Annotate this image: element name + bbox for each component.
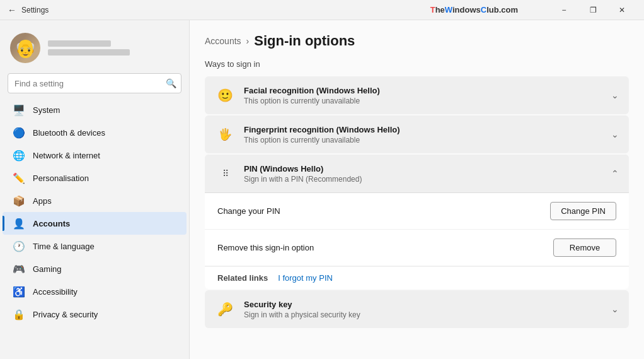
sidebar-item-network[interactable]: 🌐 Network & internet [3,144,187,167]
remove-signin-label: Remove this sign-in option [217,243,314,252]
facial-icon: 🙂 [215,85,235,105]
network-icon: 🌐 [13,149,25,162]
title-bar-left: ← Settings [8,5,49,15]
sidebar-nav: 🖥️ System 🔵 Bluetooth & devices 🌐 Networ… [0,98,189,326]
change-pin-label: Change your PIN [217,206,280,216]
sidebar-item-label-bluetooth: Bluetooth & devices [33,128,105,138]
sidebar-item-label-privacy: Privacy & security [33,310,98,319]
breadcrumb-parent[interactable]: Accounts [205,36,241,46]
option-header-facial[interactable]: 🙂 Facial recognition (Windows Hello) Thi… [205,76,629,114]
sidebar-item-label-accessibility: Accessibility [33,287,78,297]
sidebar-item-gaming[interactable]: 🎮 Gaming [3,257,187,280]
breadcrumb-separator: › [246,36,250,46]
back-icon[interactable]: ← [8,5,16,15]
title-bar: ← Settings TheWindowsClub.com − ❐ ✕ [0,0,644,20]
option-text-fingerprint: Fingerprint recognition (Windows Hello) … [244,125,611,144]
breadcrumb: Accounts › Sign-in options [205,33,629,49]
option-header-fingerprint[interactable]: 🖐️ Fingerprint recognition (Windows Hell… [205,115,629,153]
change-pin-row: Change your PIN Change PIN [205,193,629,230]
gaming-icon: 🎮 [13,262,25,275]
facial-chevron-icon: ⌄ [611,90,619,100]
option-header-securitykey[interactable]: 🔑 Security key Sign in with a physical s… [205,290,629,328]
securitykey-subtitle: Sign in with a physical security key [244,310,611,319]
user-name-blurred [48,40,111,47]
title-bar-controls: − ❐ ✕ [549,0,636,20]
fingerprint-chevron-icon: ⌄ [611,129,619,139]
system-icon: 🖥️ [13,103,25,116]
sidebar-item-label-apps: Apps [33,196,52,206]
fingerprint-title: Fingerprint recognition (Windows Hello) [244,125,611,134]
securitykey-chevron-icon: ⌄ [611,304,619,314]
related-links-label: Related links [217,273,268,283]
sidebar-item-label-system: System [33,105,60,115]
remove-signin-row: Remove this sign-in option Remove [205,230,629,266]
pin-icon: ⠿ [215,163,235,184]
search-input[interactable] [8,73,181,93]
pin-title: PIN (Windows Hello) [244,164,611,174]
option-header-pin[interactable]: ⠿ PIN (Windows Hello) Sign in with a PIN… [205,155,629,193]
forgot-pin-link[interactable]: I forgot my PIN [278,273,333,283]
sidebar-item-label-network: Network & internet [33,151,100,160]
app-body: 👴 🔍 🖥️ System 🔵 Bluetooth & devices [0,20,644,359]
fingerprint-icon: 🖐️ [215,124,235,144]
user-info [48,40,130,56]
title-bar-title: Settings [21,6,49,15]
sign-in-options: 🙂 Facial recognition (Windows Hello) Thi… [205,76,629,328]
apps-icon: 📦 [13,194,25,207]
option-card-securitykey: 🔑 Security key Sign in with a physical s… [205,290,629,328]
sidebar-item-personalisation[interactable]: ✏️ Personalisation [3,167,187,189]
fingerprint-subtitle: This option is currently unavailable [244,136,611,144]
personalisation-icon: ✏️ [13,172,25,184]
sidebar-item-label-personalisation: Personalisation [33,174,89,183]
bluetooth-icon: 🔵 [13,126,25,139]
privacy-icon: 🔒 [13,308,25,321]
page-title: Sign-in options [254,33,355,49]
option-text-facial: Facial recognition (Windows Hello) This … [244,86,611,105]
avatar-face: 👴 [14,38,37,59]
pin-chevron-icon: ⌃ [611,168,619,179]
user-email-blurred [48,49,130,56]
avatar-image: 👴 [10,33,40,63]
sidebar-item-label-gaming: Gaming [33,264,62,274]
option-card-facial: 🙂 Facial recognition (Windows Hello) Thi… [205,76,629,114]
change-pin-button[interactable]: Change PIN [550,202,616,220]
pin-body: Change your PIN Change PIN Remove this s… [205,193,629,289]
related-links-row: Related links I forgot my PIN [205,266,629,289]
main-content: Accounts › Sign-in options Ways to sign … [189,20,644,359]
option-text-securitykey: Security key Sign in with a physical sec… [244,300,611,319]
user-profile: 👴 [0,25,189,73]
section-label: Ways to sign in [205,59,629,69]
close-button[interactable]: ✕ [607,0,636,20]
minimize-button[interactable]: − [549,0,578,20]
facial-subtitle: This option is currently unavailable [244,97,611,105]
watermark: TheWindowsClub.com [430,5,518,15]
accounts-icon: 👤 [13,217,25,230]
avatar: 👴 [10,33,40,63]
facial-title: Facial recognition (Windows Hello) [244,86,611,95]
search-box: 🔍 [8,73,181,93]
securitykey-title: Security key [244,300,611,309]
accessibility-icon: ♿ [13,285,25,298]
remove-button[interactable]: Remove [553,238,616,257]
pin-subtitle: Sign in with a PIN (Recommended) [244,175,611,184]
sidebar-item-label-time: Time & language [33,242,95,251]
sidebar-item-accessibility[interactable]: ♿ Accessibility [3,280,187,303]
sidebar-item-bluetooth[interactable]: 🔵 Bluetooth & devices [3,121,187,144]
securitykey-icon: 🔑 [215,299,235,319]
sidebar-item-system[interactable]: 🖥️ System [3,98,187,121]
option-card-pin: ⠿ PIN (Windows Hello) Sign in with a PIN… [205,155,629,289]
sidebar-item-apps[interactable]: 📦 Apps [3,189,187,212]
sidebar-item-time[interactable]: 🕐 Time & language [3,235,187,257]
sidebar-item-accounts[interactable]: 👤 Accounts [3,212,187,235]
restore-button[interactable]: ❐ [578,0,607,20]
sidebar-item-label-accounts: Accounts [33,219,70,228]
option-card-fingerprint: 🖐️ Fingerprint recognition (Windows Hell… [205,115,629,153]
search-icon: 🔍 [166,78,176,88]
sidebar: 👴 🔍 🖥️ System 🔵 Bluetooth & devices [0,20,189,359]
time-icon: 🕐 [13,240,25,252]
option-text-pin: PIN (Windows Hello) Sign in with a PIN (… [244,164,611,184]
sidebar-item-privacy[interactable]: 🔒 Privacy & security [3,303,187,326]
